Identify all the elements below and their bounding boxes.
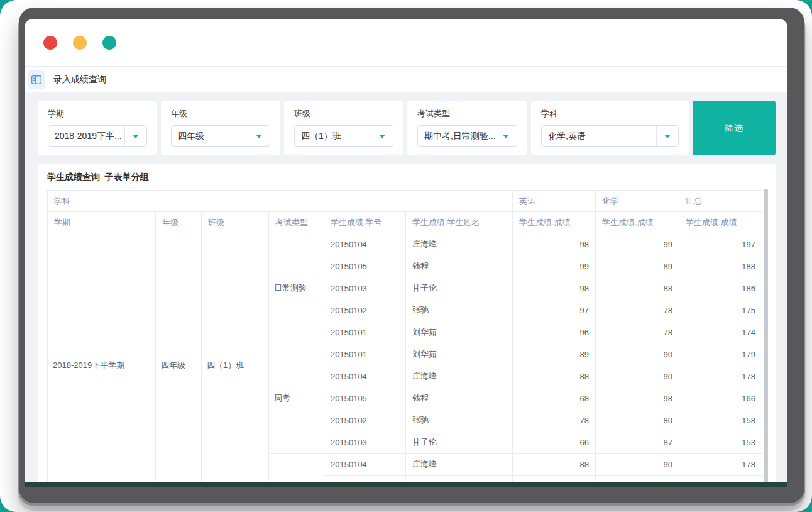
student-id-cell: 20150101 — [324, 343, 406, 365]
page-toolbar: 录入成绩查询 — [25, 67, 787, 92]
header-class: 班级 — [202, 212, 269, 233]
total-score-cell: 174 — [679, 321, 762, 343]
header-score-english: 学生成绩.成绩 — [513, 212, 596, 233]
header-student-name: 学生成绩.学生姓名 — [406, 212, 513, 233]
close-button[interactable] — [43, 36, 57, 50]
student-id-cell: 20150104 — [324, 233, 406, 255]
header-english: 英语 — [513, 191, 596, 212]
semester-select[interactable]: 2018-2019下半... — [48, 125, 147, 147]
chevron-down-icon — [371, 126, 393, 146]
chemistry-score-cell: 87 — [596, 431, 679, 454]
student-id-cell — [324, 476, 406, 482]
form-panel-icon — [31, 74, 42, 86]
student-name-cell: 钱程 — [406, 387, 513, 409]
chemistry-score-cell: 80 — [596, 409, 679, 431]
table-title: 学生成绩查询_子表单分组 — [47, 171, 767, 182]
class-select[interactable]: 四（1）班 — [294, 125, 393, 147]
student-id-cell: 20150102 — [324, 299, 406, 321]
chemistry-score-cell: 88 — [596, 277, 679, 299]
student-name-cell: 刘华茹 — [406, 343, 513, 365]
total-score-cell: 166 — [679, 387, 762, 409]
filter-exam-type: 考试类型 期中考,日常测验... — [407, 101, 527, 155]
english-score-cell: 66 — [513, 431, 596, 454]
chevron-down-icon — [656, 126, 678, 146]
student-name-cell: 甘子伦 — [406, 431, 513, 454]
total-score-cell: 188 — [679, 255, 762, 277]
grade-cell: 四年级 — [156, 233, 202, 482]
header-grade: 年级 — [156, 212, 202, 233]
header-student-id: 学生成绩.学号 — [324, 212, 406, 233]
english-score-cell: 96 — [513, 321, 596, 343]
filter-submit-button[interactable]: 筛选 — [693, 101, 776, 155]
total-score-cell: 175 — [679, 299, 762, 321]
filter-label: 学期 — [48, 108, 147, 120]
exam-type-select[interactable]: 期中考,日常测验... — [417, 125, 517, 147]
chemistry-score-cell: 98 — [596, 387, 679, 409]
student-id-cell: 20150104 — [324, 365, 406, 387]
minimize-button[interactable] — [73, 36, 87, 50]
student-id-cell: 20150103 — [324, 277, 406, 299]
student-id-cell: 20150105 — [324, 255, 406, 277]
app-window: 录入成绩查询 学期 2018-2019下半... 年级 四年级 — [19, 8, 804, 503]
total-score-cell: 178 — [679, 365, 762, 387]
student-id-cell: 20150103 — [324, 431, 406, 454]
chemistry-score-cell: 90 — [596, 343, 679, 365]
chevron-down-icon — [495, 126, 517, 146]
chemistry-score-cell: 78 — [596, 299, 679, 321]
exam-type-cell — [269, 454, 324, 482]
page-title: 录入成绩查询 — [53, 74, 106, 86]
student-id-cell: 20150101 — [324, 321, 406, 343]
english-score-cell: 99 — [513, 255, 596, 277]
table-header-row-2: 学期 年级 班级 考试类型 学生成绩.学号 学生成绩.学生姓名 学生成绩.成绩 … — [48, 212, 762, 233]
fullscreen-button[interactable] — [102, 36, 116, 50]
chemistry-score-cell — [596, 476, 679, 482]
student-name-cell: 庄海峰 — [406, 365, 513, 387]
english-score-cell: 89 — [513, 343, 596, 365]
student-name-cell: 甘子伦 — [406, 277, 513, 299]
main-area: 学期 2018-2019下半... 年级 四年级 班级 — [25, 92, 787, 482]
subject-select[interactable]: 化学,英语 — [541, 125, 679, 147]
english-score-cell: 98 — [513, 277, 596, 299]
form-panel-button[interactable] — [28, 70, 45, 89]
filter-label: 班级 — [294, 108, 393, 120]
class-cell: 四（1）班 — [202, 233, 269, 482]
result-table-card: 学生成绩查询_子表单分组 学科 英语 化学 汇总 — [38, 164, 776, 482]
semester-cell: 2018-2019下半学期 — [48, 233, 156, 482]
table-header-row-1: 学科 英语 化学 汇总 — [48, 191, 762, 212]
filter-label: 学科 — [541, 108, 679, 120]
header-semester: 学期 — [48, 212, 156, 233]
student-name-cell: 张驰 — [406, 299, 513, 321]
class-select-value: 四（1）班 — [295, 126, 371, 146]
window-content: 录入成绩查询 学期 2018-2019下半... 年级 四年级 — [25, 19, 787, 482]
english-score-cell: 97 — [513, 299, 596, 321]
header-total: 汇总 — [679, 191, 762, 212]
window-titlebar — [25, 19, 787, 67]
total-score-cell: 197 — [679, 233, 762, 255]
english-score-cell: 98 — [513, 233, 596, 255]
student-name-cell: 庄海峰 — [406, 454, 513, 476]
grade-select[interactable]: 四年级 — [171, 125, 270, 147]
total-score-cell: 179 — [679, 343, 762, 365]
student-name-cell: 刘华茹 — [406, 321, 513, 343]
student-name-cell: 张驰 — [406, 409, 513, 431]
header-chemistry: 化学 — [596, 191, 679, 212]
english-score-cell: 88 — [513, 454, 596, 476]
chemistry-score-cell: 99 — [596, 233, 679, 255]
chemistry-score-cell: 78 — [596, 321, 679, 343]
chemistry-score-cell: 90 — [596, 454, 679, 476]
grade-select-value: 四年级 — [172, 126, 248, 146]
english-score-cell — [513, 476, 596, 482]
header-score-chemistry: 学生成绩.成绩 — [596, 212, 679, 233]
table-row: 2018-2019下半学期 四年级 四（1）班 日常测验 20150104 庄海… — [48, 233, 762, 255]
chevron-down-icon — [248, 126, 270, 146]
filter-class: 班级 四（1）班 — [284, 101, 403, 155]
total-score-cell: 158 — [679, 409, 762, 431]
student-name-cell: 钱程 — [406, 255, 513, 277]
total-score-cell: 153 — [679, 431, 762, 454]
student-name-cell — [406, 476, 513, 482]
student-id-cell: 20150104 — [324, 454, 406, 476]
chemistry-score-cell: 89 — [596, 255, 679, 277]
window-bottom-band — [25, 482, 787, 487]
exam-type-cell: 日常测验 — [269, 233, 324, 343]
table-scrollbar-thumb[interactable] — [764, 189, 768, 482]
